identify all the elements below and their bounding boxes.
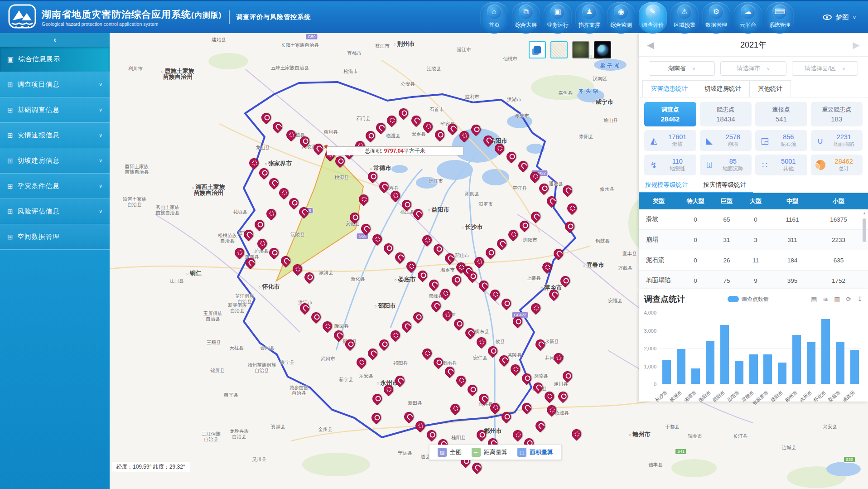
chart-legend[interactable]: 调查点数量 [728,295,769,303]
data-view-icon[interactable]: ▤ [811,295,817,303]
bar-张家界市 [763,354,772,384]
sidebar-item-灾情速报信息[interactable]: ⊞灾情速报信息∨ [0,123,110,148]
column-header-巨型: 巨型 [712,197,741,205]
map-measure-toolbar: ▨全图⊷距离量算▢面积量算 [429,445,562,460]
table-cell: 0 [679,237,712,243]
card-调查点[interactable]: 调查点28462 [644,102,696,126]
previous-year-button[interactable]: ◀ [645,39,656,50]
other-icon: ∷ [759,160,771,170]
stat-label: 泥石流 [773,141,804,148]
table-header: 类型特大型巨型大型中型小型 [639,193,868,209]
street-basemap-button[interactable] [550,41,568,58]
map-tool-距离量算[interactable]: ⊷距离量算 [472,448,507,457]
region-select[interactable]: 请选择市∨ [720,61,786,76]
next-year-button[interactable]: ▶ [851,39,862,50]
stat-地裂缝[interactable]: ↯110地裂缝 [644,155,696,175]
table-icon: ⊞ [7,233,13,241]
stat-其他[interactable]: ∷5001其他 [755,155,807,175]
nav-item-区域预警[interactable]: ⚠区域预警 [670,2,699,34]
table-cell: 滑坡 [639,215,679,223]
sidebar: ‹ ▣综合信息展示⊞调查项目信息∨⊞基础调查信息∨⊞灾情速报信息∨⊞切坡建房信息… [0,33,110,489]
sidebar-item-label: 基础调查信息 [18,106,99,114]
header-divider [229,10,230,24]
sidebar-collapse-button[interactable]: ‹ [0,33,110,47]
map-tool-label: 全图 [450,448,462,456]
nav-item-label: 区域预警 [674,21,695,29]
card-速报点[interactable]: 速报点541 [755,102,807,126]
map-tool-全图[interactable]: ▨全图 [438,448,462,457]
sidebar-item-空间数据管理[interactable]: ⊞空间数据管理 [0,224,110,250]
chevron-down-icon: ∨ [99,107,102,113]
sidebar-item-label: 灾情速报信息 [18,131,99,140]
download-icon[interactable]: ↧ [857,295,863,303]
column-header-类型: 类型 [639,197,679,205]
bar-chart-icon[interactable]: ▥ [834,295,840,303]
table-icon: ⊞ [7,81,13,89]
stat-泥石流[interactable]: ◲856泥石流 [755,130,807,151]
scale-level-table: 类型特大型巨型大型中型小型 滑坡0650116116375崩塌031331122… [639,193,868,289]
subtab-按规模等级统计[interactable]: 按规模等级统计 [645,181,688,193]
globe-basemap-button[interactable] [594,41,611,58]
nav-item-业务运行[interactable]: ▣业务运行 [544,2,572,34]
stat-地面沉降[interactable]: ⍗85地面沉降 [700,155,752,175]
nav-item-指挥支撑[interactable]: ♟指挥支撑 [575,2,603,34]
debris-flow-icon: ◲ [759,136,771,146]
satellite-basemap-button[interactable] [572,41,589,58]
layers-button[interactable] [529,41,546,58]
tab-切坡建房统计[interactable]: 切坡建房统计 [696,80,750,97]
nav-item-首页[interactable]: ⌂首页 [480,2,508,34]
stat-value: 2578 [718,133,748,140]
nav-item-综合大屏[interactable]: ⧉综合大屏 [512,2,540,34]
year-label: 2021年 [740,39,767,50]
table-scrollbar[interactable]: ▲ [862,211,867,289]
nav-item-综合监测[interactable]: ◉综合监测 [607,2,635,34]
region-select[interactable]: 湖南省∨ [649,61,715,76]
nav-item-调查评价[interactable]: ✎调查评价 [639,2,667,34]
table-row: 崩塌03133112233 [639,230,868,250]
y-axis-tick: 1,000 [644,364,656,369]
nav-item-系统管理[interactable]: ⌨系统管理 [766,2,794,34]
stat-地面塌陷[interactable]: ∪2231地面塌陷 [811,130,863,151]
user-name: 梦图 [835,13,849,22]
sidebar-item-调查项目信息[interactable]: ⊞调查项目信息∨ [0,72,110,97]
y-axis-tick: 4,000 [644,310,656,315]
scrollbar-thumb[interactable] [863,218,866,242]
map-tool-面积量算[interactable]: ▢面积量算 [517,448,553,457]
gridline [660,367,862,367]
card-value: 183 [811,115,863,123]
stat-滑坡[interactable]: ◭17601滑坡 [644,130,696,151]
table-cell: 2233 [815,237,863,243]
subtab-按灾情等级统计[interactable]: 按灾情等级统计 [704,181,747,193]
nav-item-数据管理[interactable]: ⚙数据管理 [702,2,730,34]
region-select[interactable]: 请选择县/区∨ [792,61,858,76]
nav-item-云平台[interactable]: ☁云平台 [734,2,762,34]
stat-label: 其他 [773,165,804,172]
gridline [660,313,862,313]
sidebar-item-风险评估信息[interactable]: ⊞风险评估信息∨ [0,199,110,224]
bar-chart-x-labels: 长沙市株洲市湘潭市衡阳市邵阳市岳阳市常德市张家界市益阳市郴州市永州市怀化市娄底市… [660,385,862,402]
line-chart-icon[interactable]: ≋ [823,295,829,303]
tab-灾害隐患统计[interactable]: 灾害隐患统计 [642,80,696,97]
stat-总计[interactable]: 28462总计 [811,155,863,175]
sidebar-item-孕灾条件信息[interactable]: ⊞孕灾条件信息∨ [0,174,110,199]
stat-崩塌[interactable]: ◣2578崩塌 [700,130,752,151]
tab-其他统计[interactable]: 其他统计 [749,80,791,97]
card-隐患点[interactable]: 隐患点18434 [700,102,752,126]
stat-text: 856泥石流 [773,133,804,148]
sidebar-item-综合信息展示[interactable]: ▣综合信息展示 [0,47,110,72]
app-header: 湖南省地质灾害防治综合应用系统(内测版) Geological hazard p… [0,0,868,33]
sidebar-item-切坡建房信息[interactable]: ⊞切坡建房信息∨ [0,148,110,174]
basemap-switcher [529,41,611,58]
bigscreen-icon: ⧉ [519,5,533,19]
refresh-icon[interactable]: ⟳ [846,295,852,303]
card-label: 调查点 [644,106,696,114]
monitor-icon: ◉ [614,5,628,19]
stat-label: 地面沉降 [718,165,748,172]
table-cell: 1752 [815,277,863,284]
scroll-up-icon[interactable]: ▲ [862,211,867,217]
user-menu[interactable]: 梦图 ∨ [823,13,856,22]
sidebar-item-基础调查信息[interactable]: ⊞基础调查信息∨ [0,97,110,123]
sidebar-item-label: 调查项目信息 [18,80,99,89]
card-重要隐患点[interactable]: 重要隐患点183 [811,102,863,126]
table-cell: 31 [712,237,741,243]
